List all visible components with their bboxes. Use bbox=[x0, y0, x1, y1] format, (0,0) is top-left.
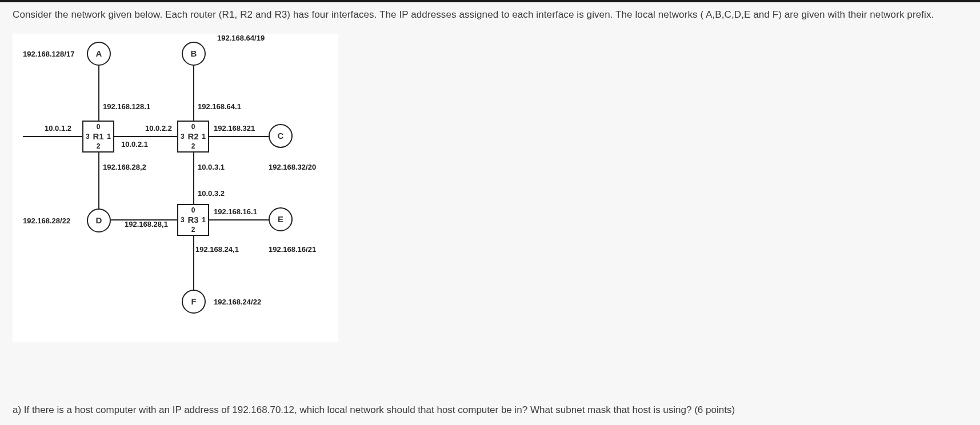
network-A-prefix: 192.168.128/17 bbox=[23, 50, 74, 58]
network-A-node: A bbox=[87, 42, 111, 66]
R1-port-3: 3 bbox=[86, 133, 90, 141]
link-R2-C bbox=[209, 136, 269, 137]
R3-if0-ip: 10.0.3.2 bbox=[198, 189, 225, 198]
network-B-node: B bbox=[182, 42, 206, 66]
R3-port-1: 1 bbox=[202, 216, 206, 224]
link-R3-F bbox=[193, 236, 194, 290]
R1-if1-ip: 10.0.2.1 bbox=[121, 140, 148, 149]
question-part-a: a) If there is a host computer with an I… bbox=[13, 404, 735, 416]
R2-if1-ip: 192.168.321 bbox=[214, 124, 255, 133]
R1-if0-ip: 192.168.128.1 bbox=[103, 102, 150, 111]
R3-if2-ip: 192.168.24,1 bbox=[195, 245, 239, 254]
network-B-label: B bbox=[191, 49, 197, 58]
link-R2-R3 bbox=[193, 153, 194, 204]
link-R3-E bbox=[209, 219, 269, 220]
R2-if2-ip: 10.0.3.1 bbox=[198, 163, 225, 171]
router-R2-label: R2 bbox=[187, 131, 198, 141]
network-D-prefix: 192.168.28/22 bbox=[23, 216, 70, 225]
link-B-R2 bbox=[193, 66, 194, 121]
network-F-node: F bbox=[182, 290, 206, 314]
network-E-node: E bbox=[269, 207, 293, 231]
R3-if1-ip: 192.168.16.1 bbox=[214, 207, 257, 216]
network-F-prefix: 192.168.24/22 bbox=[214, 298, 261, 306]
router-R1-label: R1 bbox=[93, 131, 103, 141]
R2-port-2: 2 bbox=[191, 142, 195, 150]
network-B-prefix: 192.168.64/19 bbox=[217, 34, 265, 42]
link-A-R1 bbox=[98, 66, 99, 121]
network-E-prefix: 192.168.16/21 bbox=[269, 245, 316, 254]
R1-if3-ip: 10.0.1.2 bbox=[45, 124, 71, 133]
R1-if2-ip: 192.168.28,2 bbox=[103, 163, 146, 171]
R1-port-1: 1 bbox=[107, 133, 111, 141]
R3-port-0: 0 bbox=[191, 206, 195, 214]
network-diagram: A 192.168.128/17 B 192.168.64/19 R1 0 1 … bbox=[13, 34, 338, 342]
network-D-label: D bbox=[96, 215, 102, 225]
link-D-R3 bbox=[111, 219, 177, 220]
network-C-label: C bbox=[278, 131, 284, 141]
link-R1-D bbox=[98, 153, 99, 215]
network-C-prefix: 192.168.32/20 bbox=[269, 163, 316, 171]
R1-port-2: 2 bbox=[97, 142, 101, 150]
router-R1: R1 0 1 2 3 bbox=[82, 121, 114, 153]
network-diagram-container: A 192.168.128/17 B 192.168.64/19 R1 0 1 … bbox=[13, 34, 338, 342]
network-C-node: C bbox=[269, 124, 293, 148]
router-R3-label: R3 bbox=[187, 215, 198, 224]
router-R3: R3 0 1 2 3 bbox=[177, 204, 209, 236]
network-F-label: F bbox=[191, 296, 196, 306]
network-E-label: E bbox=[278, 214, 283, 224]
link-left-R1 bbox=[23, 136, 82, 137]
network-D-node: D bbox=[87, 209, 111, 232]
R1-port-0: 0 bbox=[97, 123, 101, 131]
R3-if3-ip: 192.168.28,1 bbox=[125, 220, 168, 228]
R2-port-0: 0 bbox=[191, 123, 195, 131]
network-A-label: A bbox=[96, 49, 102, 58]
R3-port-2: 2 bbox=[191, 226, 195, 234]
R2-port-3: 3 bbox=[181, 133, 185, 141]
link-R1-R2 bbox=[114, 136, 177, 137]
question-intro: Consider the network given below. Each r… bbox=[0, 2, 980, 26]
R3-port-3: 3 bbox=[181, 216, 185, 224]
R2-if0-ip: 192.168.64.1 bbox=[198, 102, 241, 111]
R2-if3-ip: 10.0.2.2 bbox=[145, 124, 172, 133]
router-R2: R2 0 1 2 3 bbox=[177, 121, 209, 153]
R2-port-1: 1 bbox=[202, 133, 206, 141]
